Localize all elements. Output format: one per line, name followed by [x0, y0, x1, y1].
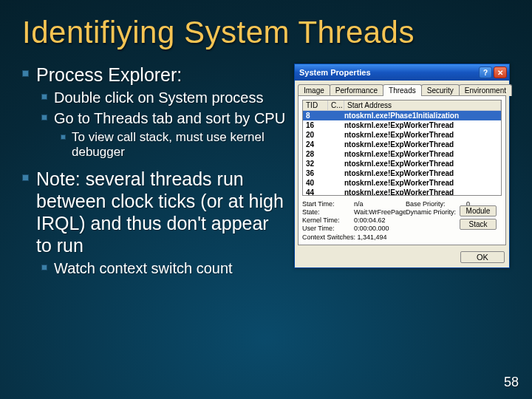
label: Context Switches: — [302, 233, 355, 241]
label: State: — [302, 208, 354, 216]
tab-security[interactable]: Security — [421, 84, 460, 96]
bullet-icon — [41, 265, 47, 270]
thread-row[interactable]: 20ntoskrnl.exe!ExpWorkerThread — [303, 130, 501, 140]
thread-list[interactable]: TID C... Start Address 8ntoskrnl.exe!Pha… — [302, 100, 502, 196]
col-cpu[interactable]: C... — [328, 100, 344, 110]
bullet-text: To view call stack, must use kernel debu… — [72, 130, 287, 160]
tab-environment[interactable]: Environment — [459, 84, 512, 96]
window-titlebar[interactable]: System Properties ? ✕ — [295, 64, 509, 81]
label: Kernel Time: — [302, 216, 354, 224]
bullet-text: Go to Threads tab and sort by CPU — [54, 109, 285, 127]
stack-button[interactable]: Stack — [460, 219, 497, 230]
bullet-icon — [41, 94, 47, 100]
page-number: 58 — [504, 375, 519, 390]
close-button[interactable]: ✕ — [494, 66, 507, 78]
bullet-icon — [22, 70, 29, 77]
value: n/a — [354, 200, 406, 208]
bullet-icon — [41, 115, 47, 120]
col-start-address[interactable]: Start Address — [344, 100, 501, 110]
thread-row[interactable]: 36ntoskrnl.exe!ExpWorkerThread — [303, 168, 501, 178]
label: User Time: — [302, 225, 354, 232]
thread-list-header[interactable]: TID C... Start Address — [303, 100, 501, 111]
system-properties-window: System Properties ? ✕ Image Performance … — [294, 64, 510, 268]
bullet-text: Double click on System process — [54, 89, 263, 106]
label: Start Time: — [302, 200, 354, 208]
value: 0:00:04.62 — [354, 216, 406, 224]
help-button[interactable]: ? — [479, 66, 492, 78]
ok-button[interactable]: OK — [460, 251, 505, 263]
label: Dynamic Priority: — [406, 208, 466, 216]
bullet-icon — [22, 174, 29, 181]
bullet-column: Process Explorer: Double click on System… — [22, 64, 287, 280]
label: Base Priority: — [406, 200, 466, 208]
value: 0:00:00.000 — [354, 225, 406, 232]
thread-row[interactable]: 8ntoskrnl.exe!Phase1Initialization — [303, 111, 501, 120]
thread-row[interactable]: 28ntoskrnl.exe!ExpWorkerThread — [303, 149, 501, 159]
thread-row[interactable]: 24ntoskrnl.exe!ExpWorkerThread — [303, 140, 501, 149]
bullet-text: Process Explorer: — [36, 64, 182, 86]
value: 1,341,494 — [358, 233, 387, 241]
tab-image[interactable]: Image — [298, 84, 330, 96]
tab-performance[interactable]: Performance — [330, 84, 383, 96]
thread-row[interactable]: 16ntoskrnl.exe!ExpWorkerThread — [303, 120, 501, 130]
bullet-text: Note: several threads run between clock … — [36, 168, 287, 256]
thread-row[interactable]: 44ntoskrnl.exe!ExpWorkerThread — [303, 188, 501, 196]
module-button[interactable]: Module — [460, 205, 497, 216]
col-tid[interactable]: TID — [303, 100, 328, 110]
window-title: System Properties — [299, 68, 477, 77]
bullet-text: Watch context switch count — [54, 259, 233, 277]
tab-strip: Image Performance Threads Security Envir… — [295, 81, 509, 95]
thread-row[interactable]: 32ntoskrnl.exe!ExpWorkerThread — [303, 159, 501, 168]
slide-title: Identifiying System Threads — [22, 15, 510, 50]
value: Wait:WrFreePage — [354, 208, 406, 216]
tab-threads[interactable]: Threads — [383, 84, 422, 96]
thread-row[interactable]: 40ntoskrnl.exe!ExpWorkerThread — [303, 178, 501, 188]
bullet-icon — [61, 134, 66, 140]
